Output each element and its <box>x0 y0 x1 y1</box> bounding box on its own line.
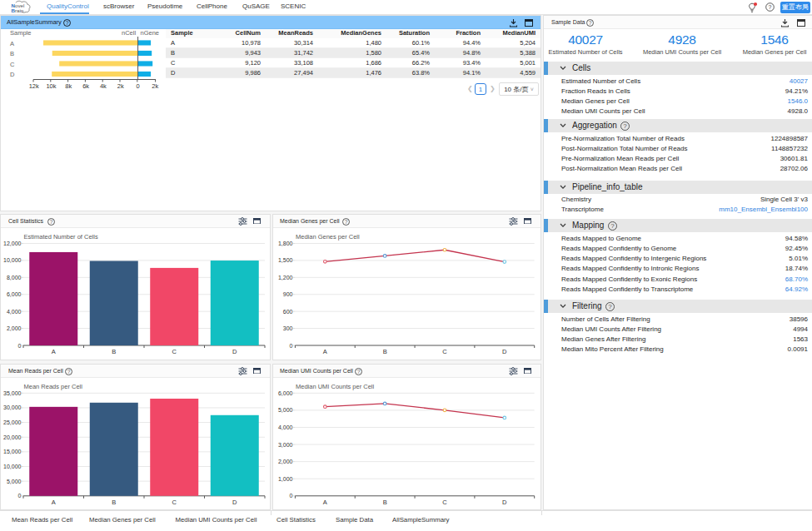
svg-text:4,000: 4,000 <box>7 309 22 315</box>
svg-text:A: A <box>323 499 327 506</box>
svg-text:2,000: 2,000 <box>278 459 293 464</box>
svg-text:2k: 2k <box>152 82 158 90</box>
svg-text:0: 0 <box>290 343 293 349</box>
svg-text:A: A <box>52 499 56 506</box>
svg-text:C: C <box>10 61 15 68</box>
svg-text:300: 300 <box>283 325 293 331</box>
svg-text:1,200: 1,200 <box>278 275 293 280</box>
svg-text:Brain: Brain <box>12 7 24 13</box>
svg-text:10,000: 10,000 <box>3 464 22 469</box>
svg-text:B: B <box>383 348 387 355</box>
svg-text:20,000: 20,000 <box>3 434 22 440</box>
svg-text:5,000: 5,000 <box>7 479 22 484</box>
svg-text:B: B <box>112 499 116 506</box>
svg-text:2k: 2k <box>117 82 124 90</box>
svg-text:Estimated Number of Cells: Estimated Number of Cells <box>24 233 98 241</box>
svg-text:B: B <box>10 50 14 57</box>
svg-text:D: D <box>502 348 507 355</box>
svg-text:D: D <box>10 71 15 78</box>
svg-text:nCell: nCell <box>122 29 136 37</box>
svg-text:Mean Reads per Cell: Mean Reads per Cell <box>24 383 83 390</box>
svg-text:4,000: 4,000 <box>278 424 293 430</box>
svg-text:B: B <box>112 348 116 355</box>
svg-text:1,000: 1,000 <box>278 476 293 482</box>
svg-text:8k: 8k <box>65 82 72 90</box>
svg-text:0: 0 <box>18 343 22 349</box>
svg-text:10,000: 10,000 <box>3 257 22 263</box>
svg-text:nGene: nGene <box>141 29 160 37</box>
svg-text:A: A <box>323 348 327 355</box>
svg-text:30,000: 30,000 <box>3 404 22 410</box>
svg-text:B: B <box>383 499 387 506</box>
svg-text:12,000: 12,000 <box>3 241 22 246</box>
svg-text:12k: 12k <box>29 82 39 90</box>
svg-text:C: C <box>442 499 447 506</box>
svg-text:C: C <box>172 348 177 355</box>
svg-text:6k: 6k <box>82 82 89 90</box>
svg-text:D: D <box>232 348 237 355</box>
svg-text:4k: 4k <box>100 82 107 90</box>
svg-text:C: C <box>442 348 447 355</box>
svg-text:Median Genes per Cell: Median Genes per Cell <box>296 233 360 241</box>
svg-text:3,000: 3,000 <box>278 442 293 448</box>
svg-text:?: ? <box>769 4 772 10</box>
svg-text:D: D <box>232 499 237 506</box>
svg-text:25,000: 25,000 <box>3 419 22 425</box>
svg-text:5,000: 5,000 <box>278 407 293 413</box>
svg-text:Sample: Sample <box>10 29 31 37</box>
svg-text:0: 0 <box>18 493 22 499</box>
svg-text:900: 900 <box>283 291 293 297</box>
svg-text:1,800: 1,800 <box>278 241 293 246</box>
svg-text:600: 600 <box>283 309 293 315</box>
svg-text:2,000: 2,000 <box>7 325 22 331</box>
svg-text:Median UMI Counts per Cell: Median UMI Counts per Cell <box>296 383 375 390</box>
svg-text:10k: 10k <box>46 82 56 90</box>
svg-text:8,000: 8,000 <box>7 275 22 280</box>
svg-text:0: 0 <box>290 493 293 499</box>
svg-text:A: A <box>52 348 56 355</box>
svg-text:A: A <box>10 40 14 47</box>
svg-text:D: D <box>502 499 507 506</box>
svg-text:0: 0 <box>136 82 139 90</box>
svg-text:6,000: 6,000 <box>278 390 293 396</box>
svg-text:1,500: 1,500 <box>278 257 293 263</box>
svg-text:6,000: 6,000 <box>7 291 22 297</box>
svg-text:15,000: 15,000 <box>3 449 22 454</box>
svg-text:35,000: 35,000 <box>3 390 22 396</box>
svg-text:C: C <box>172 499 177 506</box>
